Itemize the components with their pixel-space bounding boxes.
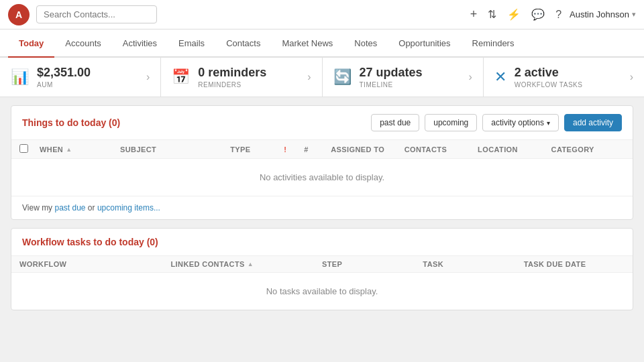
chat-icon[interactable]: 💬 — [531, 8, 545, 21]
updates-value: 27 updates — [360, 66, 423, 80]
help-icon[interactable]: ? — [555, 9, 561, 21]
reminders-value: 0 reminders — [198, 66, 266, 80]
col-type-header: TYPE — [230, 145, 284, 154]
upcoming-button[interactable]: upcoming — [425, 114, 477, 131]
activities-footer: View my past due or upcoming items... — [11, 196, 633, 219]
col-contacts-header: CONTACTS — [405, 145, 478, 154]
tab-opportunities[interactable]: Opportunities — [388, 29, 461, 58]
reminders-arrow: › — [307, 71, 311, 83]
col-when-header: WHEN ▲ — [40, 145, 120, 154]
user-menu[interactable]: Austin Johnson ▾ — [570, 9, 636, 19]
aum-arrow: › — [146, 71, 150, 83]
summary-card-updates[interactable]: 🔄 27 updates TIMELINE › — [323, 58, 484, 97]
col-priority-header: ! — [284, 145, 304, 154]
col-location-header: LOCATION — [478, 145, 551, 154]
workflow-table-header: WORKFLOW LINKED CONTACTS ▲ STEP TASK TAS… — [11, 256, 633, 273]
chevron-down-icon: ▾ — [547, 119, 550, 127]
select-all-checkbox[interactable] — [19, 144, 28, 153]
col-workflow-header: WORKFLOW — [19, 260, 171, 268]
reminders-label: REMINDERS — [198, 81, 266, 88]
workflow-section: Workflow tasks to do today (0) WORKFLOW … — [11, 228, 633, 310]
activities-section-header: Things to do today (0) past due upcoming… — [11, 106, 633, 140]
activity-table: WHEN ▲ SUBJECT TYPE ! # ASSIGNED TO CONT… — [11, 140, 633, 196]
col-assigned-header: ASSIGNED TO — [331, 145, 404, 154]
top-nav: A + ⇅ ⚡ 💬 ? Austin Johnson ▾ — [0, 0, 644, 29]
share-icon[interactable]: ⇅ — [488, 8, 496, 21]
col-linked-header: LINKED CONTACTS ▲ — [171, 260, 323, 268]
workflow-value: 2 active — [515, 66, 583, 80]
header-checkbox — [19, 144, 40, 154]
col-due-header: TASK DUE DATE — [524, 260, 625, 268]
col-subject-header: SUBJECT — [120, 145, 230, 154]
main-content: Things to do today (0) past due upcoming… — [0, 97, 644, 360]
workflow-icon: ✕ — [494, 68, 506, 86]
filter-icon[interactable]: ⚡ — [507, 8, 521, 21]
workflow-empty-message: No tasks available to display. — [266, 286, 378, 296]
tab-contacts[interactable]: Contacts — [215, 29, 271, 58]
tab-today[interactable]: Today — [8, 29, 54, 58]
activity-table-header: WHEN ▲ SUBJECT TYPE ! # ASSIGNED TO CONT… — [11, 140, 633, 159]
workflow-table: WORKFLOW LINKED CONTACTS ▲ STEP TASK TAS… — [11, 256, 633, 310]
activity-empty-message: No activities available to display. — [260, 172, 384, 182]
activities-section: Things to do today (0) past due upcoming… — [11, 105, 633, 220]
add-activity-button[interactable]: add activity — [564, 114, 622, 131]
workflow-label: WORKFLOW TASKS — [515, 81, 583, 88]
tab-market-news[interactable]: Market News — [271, 29, 343, 58]
logo: A — [8, 4, 30, 25]
workflow-title: Workflow tasks to do today (0) — [22, 237, 158, 247]
tab-notes[interactable]: Notes — [343, 29, 388, 58]
summary-row: 📊 $2,351.00 AUM › 📅 0 reminders REMINDER… — [0, 58, 644, 97]
activities-title: Things to do today (0) — [22, 117, 120, 128]
linked-sort-icon: ▲ — [248, 261, 254, 267]
footer-upcoming-link[interactable]: upcoming items... — [97, 203, 160, 213]
col-category-header: CATEGORY — [551, 145, 625, 154]
summary-card-workflow[interactable]: ✕ 2 active WORKFLOW TASKS › — [484, 58, 644, 97]
updates-arrow: › — [468, 71, 472, 83]
search-input[interactable] — [36, 5, 157, 23]
footer-prefix: View my — [22, 203, 54, 213]
when-sort-icon: ▲ — [66, 146, 72, 153]
workflow-section-header: Workflow tasks to do today (0) — [11, 229, 633, 256]
footer-past-due-link[interactable]: past due — [54, 203, 85, 213]
workflow-table-body: No tasks available to display. — [11, 273, 633, 310]
plus-icon[interactable]: + — [470, 7, 478, 21]
summary-card-reminders[interactable]: 📅 0 reminders REMINDERS › — [161, 58, 322, 97]
tab-activities[interactable]: Activities — [112, 29, 168, 58]
col-count-header: # — [304, 145, 331, 154]
activities-actions: past due upcoming activity options ▾ add… — [371, 114, 622, 131]
col-task-header: TASK — [423, 260, 523, 268]
activity-table-body: No activities available to display. — [11, 159, 633, 196]
updates-icon: 🔄 — [333, 68, 352, 86]
activity-options-button[interactable]: activity options ▾ — [482, 114, 559, 131]
past-due-button[interactable]: past due — [371, 114, 419, 131]
updates-label: TIMELINE — [360, 81, 423, 88]
tab-accounts[interactable]: Accounts — [54, 29, 111, 58]
aum-value: $2,351.00 — [37, 66, 91, 80]
tab-bar: Today Accounts Activities Emails Contact… — [0, 29, 644, 58]
aum-label: AUM — [37, 81, 91, 88]
aum-icon: 📊 — [11, 68, 29, 86]
reminders-icon: 📅 — [172, 68, 190, 86]
col-step-header: STEP — [322, 260, 423, 268]
workflow-arrow: › — [630, 71, 633, 83]
footer-middle: or — [88, 203, 97, 213]
summary-card-aum[interactable]: 📊 $2,351.00 AUM › — [0, 58, 161, 97]
tab-emails[interactable]: Emails — [168, 29, 215, 58]
tab-reminders[interactable]: Reminders — [462, 29, 525, 58]
nav-icons: + ⇅ ⚡ 💬 ? — [470, 7, 561, 21]
